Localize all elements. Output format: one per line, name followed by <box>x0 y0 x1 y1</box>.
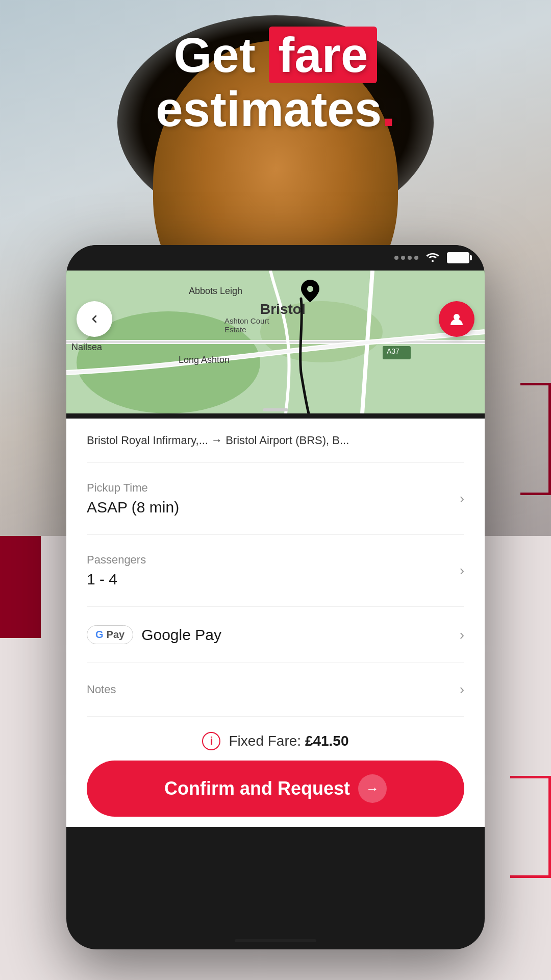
map-label-ashton: Ashton CourtEstate <box>224 316 269 334</box>
confirm-request-button[interactable]: Confirm and Request → <box>87 761 464 817</box>
notes-chevron-icon: › <box>460 681 464 698</box>
route-text: Bristol Royal Infirmary,... → Bristol Ai… <box>87 434 464 447</box>
hero-get: Get <box>174 28 269 82</box>
fare-amount: £41.50 <box>305 733 349 749</box>
map-label-abbots-leigh: Abbots Leigh <box>189 286 242 297</box>
hero-fare-highlight: fare <box>269 27 377 83</box>
map-roads <box>66 271 485 413</box>
passengers-chevron-icon: › <box>460 562 464 579</box>
home-indicator <box>235 939 316 942</box>
pickup-row[interactable]: Pickup Time ASAP (8 min) › <box>87 463 464 535</box>
gpay-pay-text: Pay <box>107 629 125 641</box>
map-label-bristol: Bristol <box>260 301 306 317</box>
payment-row[interactable]: G Pay Google Pay › <box>87 607 464 663</box>
accent-left <box>0 536 41 638</box>
phone-mockup: Abbots Leigh Bristol Nailsea Ashton Cour… <box>66 245 485 949</box>
accent-right-top <box>520 383 551 495</box>
gpay-g-letter: G <box>95 629 104 641</box>
hero-text-block: Get fare estimates. <box>0 28 551 136</box>
route-row[interactable]: Bristol Royal Infirmary,... → Bristol Ai… <box>87 419 464 463</box>
map-label-nailsea: Nailsea <box>71 342 102 353</box>
hero-estimates: estimates. <box>156 82 395 136</box>
hero-title: Get fare estimates. <box>0 28 551 136</box>
wifi-icon <box>425 252 440 264</box>
signal-dot-2 <box>401 256 405 260</box>
notes-row[interactable]: Notes › <box>87 663 464 717</box>
gpay-badge: G Pay <box>87 625 133 644</box>
pickup-chevron-icon: › <box>460 491 464 507</box>
signal-dot-4 <box>414 256 418 260</box>
accent-right-bottom <box>510 776 551 878</box>
payment-label: Google Pay <box>141 626 221 644</box>
pickup-detail-left: Pickup Time ASAP (8 min) <box>87 481 179 516</box>
map-label-a37: A37 <box>383 346 404 356</box>
confirm-arrow-icon: → <box>358 774 387 803</box>
confirm-label: Confirm and Request <box>164 778 350 799</box>
passengers-value: 1 - 4 <box>87 571 146 588</box>
fare-text: Fixed Fare: £41.50 <box>229 733 348 749</box>
scroll-indicator <box>263 408 288 411</box>
fare-row: i Fixed Fare: £41.50 <box>87 717 464 761</box>
passengers-label: Passengers <box>87 553 146 567</box>
payment-chevron-icon: › <box>460 627 464 643</box>
map-label-long-ashton: Long Ashton <box>179 355 230 365</box>
passengers-detail-left: Passengers 1 - 4 <box>87 553 146 588</box>
signal-dots <box>394 256 418 260</box>
status-bar <box>66 245 485 271</box>
signal-dot-3 <box>408 256 412 260</box>
notes-label: Notes <box>87 683 116 696</box>
payment-left: G Pay Google Pay <box>87 625 221 644</box>
signal-dot-1 <box>394 256 398 260</box>
map-pin <box>301 280 319 307</box>
battery-icon <box>447 252 469 263</box>
hero-dot: . <box>382 82 395 136</box>
map-area: Abbots Leigh Bristol Nailsea Ashton Cour… <box>66 271 485 413</box>
content-area: Bristol Royal Infirmary,... → Bristol Ai… <box>66 419 485 827</box>
profile-button[interactable] <box>439 301 474 337</box>
pickup-value: ASAP (8 min) <box>87 499 179 516</box>
passengers-row[interactable]: Passengers 1 - 4 › <box>87 535 464 607</box>
map-background: Abbots Leigh Bristol Nailsea Ashton Cour… <box>66 271 485 413</box>
back-button[interactable] <box>77 301 112 337</box>
fare-info-icon: i <box>202 732 220 750</box>
pickup-label: Pickup Time <box>87 481 179 495</box>
